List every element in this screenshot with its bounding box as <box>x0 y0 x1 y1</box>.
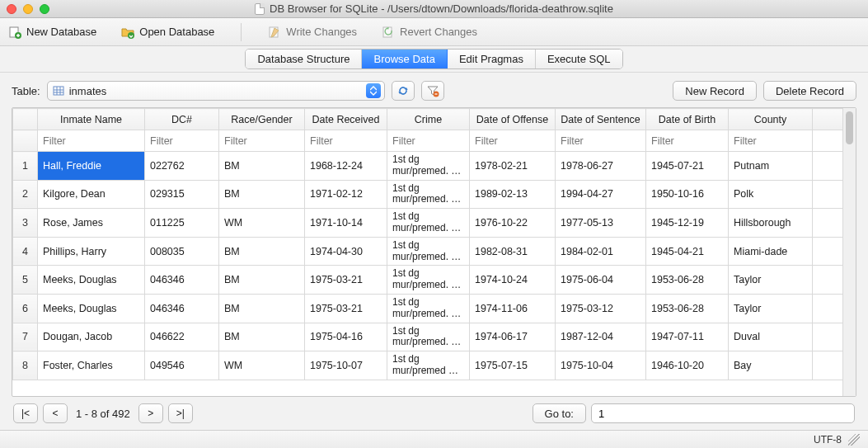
table-row[interactable]: 2Kilgore, Dean029315BM1971-02-121st dg m… <box>13 180 843 209</box>
cell-county[interactable]: Duval <box>729 323 813 351</box>
cell-county[interactable]: Taylor <box>729 294 813 323</box>
col-header[interactable]: Inmate Name <box>38 109 145 130</box>
filter-input[interactable] <box>387 133 469 149</box>
cell-date-offense[interactable]: 1982-08-31 <box>470 237 556 266</box>
cell-county[interactable]: Putnam <box>729 152 813 181</box>
new-database-button[interactable]: New Database <box>8 26 96 39</box>
cell-date-sentence[interactable]: 1975-06-04 <box>556 266 646 295</box>
filter-input[interactable] <box>38 133 144 149</box>
col-header[interactable]: Date of Sentence <box>556 109 646 130</box>
filter-input[interactable] <box>470 133 555 149</box>
cell-date-received[interactable]: 1968-12-24 <box>305 152 387 181</box>
scrollbar-thumb[interactable] <box>846 111 853 144</box>
cell-race-gender[interactable]: BM <box>219 294 305 323</box>
last-page-button[interactable]: >| <box>168 403 193 423</box>
table-selector[interactable]: inmates <box>47 81 385 101</box>
cell-race-gender[interactable]: WM <box>219 351 305 380</box>
cell-date-of-birth[interactable]: 1947-07-11 <box>646 323 729 351</box>
cell-county[interactable]: Polk <box>729 180 813 209</box>
table-row[interactable]: 8Foster, Charles049546WM1975-10-071st dg… <box>13 351 843 380</box>
row-number-cell[interactable]: 5 <box>13 266 38 295</box>
cell-inmate-name[interactable]: Kilgore, Dean <box>38 180 145 209</box>
cell-race-gender[interactable]: BM <box>219 152 305 181</box>
cell-inmate-name[interactable]: Dougan, Jacob <box>38 323 145 351</box>
col-header[interactable]: Crime <box>387 109 470 130</box>
cell-date-of-birth[interactable]: 1945-07-21 <box>646 152 729 181</box>
cell-crime[interactable]: 1st dg mur/premed. … <box>387 294 470 323</box>
cell-date-offense[interactable]: 1974-06-17 <box>470 323 556 351</box>
cell-date-offense[interactable]: 1974-11-06 <box>470 294 556 323</box>
col-header[interactable]: County <box>729 109 813 130</box>
cell-inmate-name[interactable]: Rose, James <box>38 209 145 238</box>
cell-date-sentence[interactable]: 1994-04-27 <box>556 180 646 209</box>
cell-date-of-birth[interactable]: 1945-12-19 <box>646 209 729 238</box>
cell-county[interactable]: Bay <box>729 351 813 380</box>
cell-county[interactable]: Taylor <box>729 266 813 295</box>
cell-county[interactable]: Hillsborough <box>729 209 813 238</box>
cell-date-sentence[interactable]: 1987-12-04 <box>556 323 646 351</box>
cell-inmate-name[interactable]: Meeks, Douglas <box>38 294 145 323</box>
filter-input[interactable] <box>646 133 728 149</box>
cell-race-gender[interactable]: BM <box>219 180 305 209</box>
cell-crime[interactable]: 1st dg mur/premed … <box>387 351 470 380</box>
row-number-cell[interactable]: 4 <box>13 237 38 266</box>
filter-input[interactable] <box>145 133 218 149</box>
row-number-cell[interactable]: 6 <box>13 294 38 323</box>
row-number-cell[interactable]: 8 <box>13 351 38 380</box>
cell-dc-number[interactable]: 046346 <box>145 294 219 323</box>
filter-input[interactable] <box>556 133 645 149</box>
cell-date-offense[interactable]: 1974-10-24 <box>470 266 556 295</box>
col-header[interactable]: Date of Birth <box>646 109 729 130</box>
cell-dc-number[interactable]: 029315 <box>145 180 219 209</box>
cell-date-received[interactable]: 1971-02-12 <box>305 180 387 209</box>
cell-crime[interactable]: 1st dg mur/premed. … <box>387 209 470 238</box>
open-database-button[interactable]: Open Database <box>121 26 214 39</box>
cell-dc-number[interactable]: 011225 <box>145 209 219 238</box>
cell-date-of-birth[interactable]: 1953-06-28 <box>646 266 729 295</box>
tab-execute-sql[interactable]: Execute SQL <box>536 50 622 68</box>
cell-inmate-name[interactable]: Meeks, Douglas <box>38 266 145 295</box>
cell-date-received[interactable]: 1975-03-21 <box>305 266 387 295</box>
row-number-cell[interactable]: 3 <box>13 209 38 238</box>
minimize-window-button[interactable] <box>23 4 33 14</box>
table-row[interactable]: 1Hall, Freddie022762BM1968-12-241st dg m… <box>13 152 843 181</box>
close-window-button[interactable] <box>7 4 16 14</box>
data-grid[interactable]: Inmate Name DC# Race/Gender Date Receive… <box>12 108 842 396</box>
cell-date-of-birth[interactable]: 1946-10-20 <box>646 351 729 380</box>
vertical-scrollbar[interactable] <box>842 108 856 396</box>
cell-race-gender[interactable]: WM <box>219 209 305 238</box>
col-header[interactable]: Race/Gender <box>219 109 305 130</box>
tab-browse-data[interactable]: Browse Data <box>362 50 447 68</box>
refresh-button[interactable] <box>392 81 415 101</box>
cell-date-sentence[interactable]: 1978-06-27 <box>556 152 646 181</box>
cell-county[interactable]: Miami-dade <box>729 237 813 266</box>
write-changes-button[interactable]: Write Changes <box>268 26 357 39</box>
table-row[interactable]: 3Rose, James011225WM1971-10-141st dg mur… <box>13 209 843 238</box>
cell-date-of-birth[interactable]: 1953-06-28 <box>646 294 729 323</box>
cell-race-gender[interactable]: BM <box>219 323 305 351</box>
cell-date-offense[interactable]: 1975-07-15 <box>470 351 556 380</box>
cell-date-of-birth[interactable]: 1945-04-21 <box>646 237 729 266</box>
cell-crime[interactable]: 1st dg mur/premed. … <box>387 323 470 351</box>
cell-race-gender[interactable]: BM <box>219 266 305 295</box>
cell-date-sentence[interactable]: 1977-05-13 <box>556 209 646 238</box>
goto-button[interactable]: Go to: <box>533 403 586 423</box>
filter-input[interactable] <box>219 133 304 149</box>
col-header[interactable]: Date Received <box>305 109 387 130</box>
row-number-cell[interactable]: 7 <box>13 323 38 351</box>
prev-page-button[interactable]: < <box>43 403 68 423</box>
table-row[interactable]: 7Dougan, Jacob046622BM1975-04-161st dg m… <box>13 323 843 351</box>
cell-date-received[interactable]: 1974-04-30 <box>305 237 387 266</box>
cell-inmate-name[interactable]: Hall, Freddie <box>38 152 145 181</box>
resize-grip[interactable] <box>848 434 860 446</box>
filter-input[interactable] <box>305 133 387 149</box>
row-number-cell[interactable]: 1 <box>13 152 38 181</box>
revert-changes-button[interactable]: Revert Changes <box>382 26 477 39</box>
row-number-cell[interactable]: 2 <box>13 180 38 209</box>
cell-dc-number[interactable]: 022762 <box>145 152 219 181</box>
next-page-button[interactable]: > <box>138 403 163 423</box>
col-header[interactable]: DC# <box>145 109 219 130</box>
col-header[interactable]: Date of Offense <box>470 109 556 130</box>
cell-date-sentence[interactable]: 1984-02-01 <box>556 237 646 266</box>
cell-date-received[interactable]: 1971-10-14 <box>305 209 387 238</box>
